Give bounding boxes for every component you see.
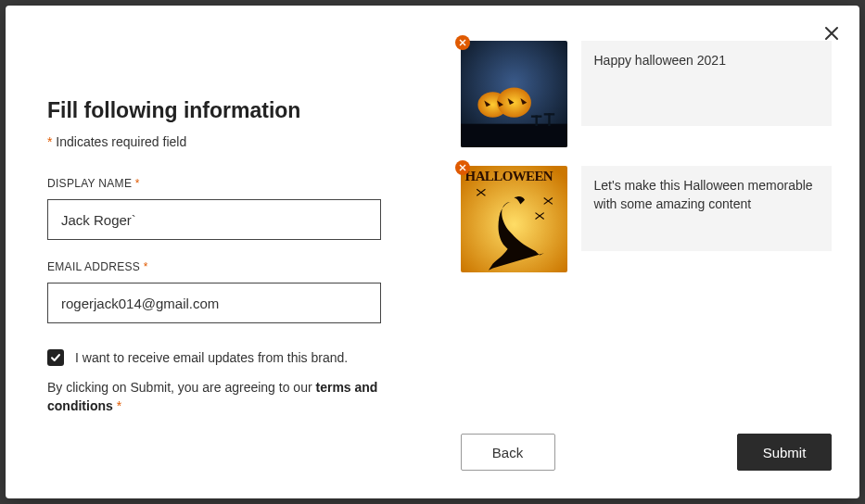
submit-button[interactable]: Submit (737, 434, 832, 471)
thumbnail-wrapper: HALLOWEEN (461, 166, 567, 272)
remove-upload-button[interactable] (455, 160, 470, 175)
button-row: Back Submit (461, 434, 833, 471)
terms-text: By clicking on Submit, you are agreeing … (47, 379, 391, 415)
upload-thumbnail (461, 41, 567, 147)
upload-caption-input[interactable] (581, 166, 833, 251)
svg-rect-7 (543, 113, 554, 115)
checkmark-icon (50, 352, 61, 363)
uploads-pane: HALLOWEEN Back Submit (433, 6, 860, 498)
upload-caption-input[interactable] (581, 41, 833, 126)
svg-rect-3 (461, 124, 567, 147)
email-updates-label: I want to receive email updates from thi… (75, 350, 348, 365)
upload-item: HALLOWEEN (461, 166, 833, 272)
svg-rect-5 (530, 116, 541, 118)
form-title: Fill following information (47, 98, 391, 123)
email-input[interactable] (47, 283, 381, 323)
close-icon (459, 39, 466, 46)
back-button[interactable]: Back (461, 434, 555, 471)
close-icon (459, 164, 466, 171)
required-note-text: Indicates required field (52, 134, 186, 149)
display-name-input[interactable] (47, 199, 381, 240)
upload-item (461, 41, 833, 147)
thumbnail-wrapper (461, 41, 567, 147)
submission-modal: Fill following information * Indicates r… (6, 6, 859, 498)
remove-upload-button[interactable] (455, 35, 470, 50)
email-updates-checkbox[interactable] (47, 349, 64, 366)
svg-text:HALLOWEEN: HALLOWEEN (464, 169, 553, 183)
email-label: EMAIL ADDRESS * (47, 260, 391, 273)
email-field: EMAIL ADDRESS * (47, 260, 391, 323)
upload-thumbnail: HALLOWEEN (461, 166, 567, 272)
display-name-field: DISPLAY NAME * (47, 177, 391, 240)
email-updates-row: I want to receive email updates from thi… (47, 349, 391, 366)
required-note: * Indicates required field (47, 134, 391, 149)
form-pane: Fill following information * Indicates r… (6, 6, 433, 498)
display-name-label: DISPLAY NAME * (47, 177, 391, 190)
